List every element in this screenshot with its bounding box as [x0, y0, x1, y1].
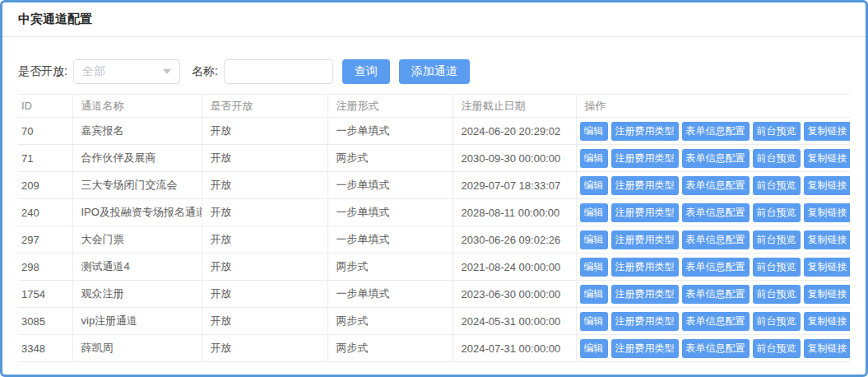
- fee-type-button[interactable]: 注册费用类型: [611, 285, 679, 304]
- fee-type-button[interactable]: 注册费用类型: [611, 176, 679, 195]
- copy-link-button[interactable]: 复制链接: [804, 230, 851, 249]
- copy-link-button[interactable]: 复制链接: [804, 258, 851, 277]
- cell-open-status: 开放: [202, 145, 327, 172]
- cell-open-status: 开放: [202, 199, 327, 226]
- cell-channel-name: 合作伙伴及展商: [72, 145, 202, 172]
- cell-actions: 编辑注册费用类型表单信息配置前台预览复制链接: [576, 118, 850, 145]
- fee-type-button[interactable]: 注册费用类型: [611, 258, 679, 277]
- table-row: 70 嘉宾报名 开放 一步单填式 2024-06-20 20:29:02 编辑注…: [18, 118, 850, 145]
- fee-type-button[interactable]: 注册费用类型: [611, 230, 679, 249]
- preview-button[interactable]: 前台预览: [753, 122, 801, 141]
- form-config-button[interactable]: 表单信息配置: [682, 285, 750, 304]
- cell-deadline: 2024-07-31 00:00:00: [453, 335, 576, 362]
- fee-type-button[interactable]: 注册费用类型: [611, 122, 679, 141]
- preview-button[interactable]: 前台预览: [753, 285, 801, 304]
- edit-button[interactable]: 编辑: [580, 122, 608, 141]
- cell-channel-name: 薛凯周: [72, 335, 202, 362]
- page-title: 中宾通道配置: [18, 12, 92, 27]
- preview-button[interactable]: 前台预览: [753, 258, 801, 277]
- cell-deadline: 2028-08-11 00:00:00: [453, 199, 576, 226]
- form-config-button[interactable]: 表单信息配置: [682, 258, 750, 277]
- cell-register-form: 一步单填式: [327, 118, 453, 145]
- fee-type-button[interactable]: 注册费用类型: [611, 149, 679, 168]
- open-filter-select-value: 全部: [82, 64, 105, 79]
- cell-open-status: 开放: [202, 226, 327, 254]
- table-row: 1754 观众注册 开放 一步单填式 2023-06-30 00:00:00 编…: [18, 281, 850, 308]
- cell-channel-name: 观众注册: [72, 281, 202, 308]
- preview-button[interactable]: 前台预览: [753, 203, 801, 222]
- cell-channel-name: 测试通道4: [72, 254, 202, 281]
- cell-register-form: 一步单填式: [327, 281, 453, 308]
- table-header-row: ID 通道名称 是否开放 注册形式 注册截止日期 操作: [18, 95, 850, 118]
- edit-button[interactable]: 编辑: [580, 339, 608, 358]
- cell-id: 297: [18, 226, 72, 254]
- form-config-button[interactable]: 表单信息配置: [682, 176, 750, 195]
- cell-deadline: 2021-08-24 00:00:00: [453, 254, 576, 281]
- cell-register-form: 两步式: [327, 145, 453, 172]
- cell-deadline: 2030-06-26 09:02:26: [453, 226, 576, 254]
- form-config-button[interactable]: 表单信息配置: [682, 312, 750, 331]
- page-frame: 中宾通道配置 是否开放: 全部 名称: 查询 添加通道 ID 通道: [0, 0, 868, 377]
- filter-bar: 是否开放: 全部 名称: 查询 添加通道: [18, 59, 850, 84]
- table-row: 298 测试通道4 开放 两步式 2021-08-24 00:00:00 编辑注…: [18, 254, 850, 281]
- cell-actions: 编辑注册费用类型表单信息配置前台预览复制链接: [576, 281, 850, 308]
- search-button[interactable]: 查询: [342, 59, 390, 84]
- copy-link-button[interactable]: 复制链接: [804, 149, 851, 168]
- cell-id: 3348: [18, 335, 72, 362]
- cell-deadline: 2023-06-30 00:00:00: [453, 281, 576, 308]
- open-filter-select[interactable]: 全部: [73, 59, 180, 84]
- copy-link-button[interactable]: 复制链接: [804, 203, 851, 222]
- cell-id: 240: [18, 199, 72, 226]
- fee-type-button[interactable]: 注册费用类型: [611, 312, 679, 331]
- column-header-open: 是否开放: [202, 95, 327, 118]
- cell-open-status: 开放: [202, 335, 327, 362]
- edit-button[interactable]: 编辑: [580, 176, 608, 195]
- fee-type-button[interactable]: 注册费用类型: [611, 339, 679, 358]
- edit-button[interactable]: 编辑: [580, 149, 608, 168]
- column-header-id: ID: [18, 95, 72, 118]
- cell-register-form: 一步单填式: [327, 199, 453, 226]
- channel-table: ID 通道名称 是否开放 注册形式 注册截止日期 操作 70 嘉宾报名 开放 一…: [18, 94, 850, 362]
- fee-type-button[interactable]: 注册费用类型: [611, 203, 679, 222]
- copy-link-button[interactable]: 复制链接: [804, 285, 851, 304]
- edit-button[interactable]: 编辑: [580, 203, 608, 222]
- copy-link-button[interactable]: 复制链接: [804, 122, 851, 141]
- cell-channel-name: 嘉宾报名: [72, 118, 202, 145]
- copy-link-button[interactable]: 复制链接: [804, 339, 851, 358]
- edit-button[interactable]: 编辑: [580, 285, 608, 304]
- cell-actions: 编辑注册费用类型表单信息配置前台预览复制链接: [576, 145, 850, 172]
- name-filter-label: 名称:: [192, 64, 218, 79]
- cell-register-form: 一步单填式: [327, 226, 453, 254]
- preview-button[interactable]: 前台预览: [753, 339, 801, 358]
- edit-button[interactable]: 编辑: [580, 312, 608, 331]
- form-config-button[interactable]: 表单信息配置: [682, 122, 750, 141]
- preview-button[interactable]: 前台预览: [753, 230, 801, 249]
- cell-open-status: 开放: [202, 118, 327, 145]
- copy-link-button[interactable]: 复制链接: [804, 176, 851, 195]
- form-config-button[interactable]: 表单信息配置: [682, 149, 750, 168]
- cell-actions: 编辑注册费用类型表单信息配置前台预览复制链接: [576, 172, 850, 199]
- copy-link-button[interactable]: 复制链接: [804, 312, 851, 331]
- table-row: 3348 薛凯周 开放 两步式 2024-07-31 00:00:00 编辑注册…: [18, 335, 850, 362]
- cell-actions: 编辑注册费用类型表单信息配置前台预览复制链接: [576, 254, 850, 281]
- preview-button[interactable]: 前台预览: [753, 149, 801, 168]
- cell-channel-name: IPO及投融资专场报名通道: [72, 199, 202, 226]
- preview-button[interactable]: 前台预览: [753, 176, 801, 195]
- cell-register-form: 两步式: [327, 335, 453, 362]
- add-channel-button[interactable]: 添加通道: [399, 59, 470, 84]
- edit-button[interactable]: 编辑: [580, 230, 608, 249]
- form-config-button[interactable]: 表单信息配置: [682, 339, 750, 358]
- cell-actions: 编辑注册费用类型表单信息配置前台预览复制链接: [576, 308, 850, 335]
- chevron-down-icon: [163, 69, 171, 74]
- cell-open-status: 开放: [202, 308, 327, 335]
- cell-deadline: 2024-06-20 20:29:02: [453, 118, 576, 145]
- cell-id: 3085: [18, 308, 72, 335]
- table-body: 70 嘉宾报名 开放 一步单填式 2024-06-20 20:29:02 编辑注…: [18, 118, 850, 362]
- table-row: 240 IPO及投融资专场报名通道 开放 一步单填式 2028-08-11 00…: [18, 199, 850, 226]
- name-filter-input[interactable]: [224, 59, 333, 84]
- preview-button[interactable]: 前台预览: [753, 312, 801, 331]
- form-config-button[interactable]: 表单信息配置: [682, 203, 750, 222]
- edit-button[interactable]: 编辑: [580, 258, 608, 277]
- form-config-button[interactable]: 表单信息配置: [682, 230, 750, 249]
- cell-channel-name: 大会门票: [72, 226, 202, 254]
